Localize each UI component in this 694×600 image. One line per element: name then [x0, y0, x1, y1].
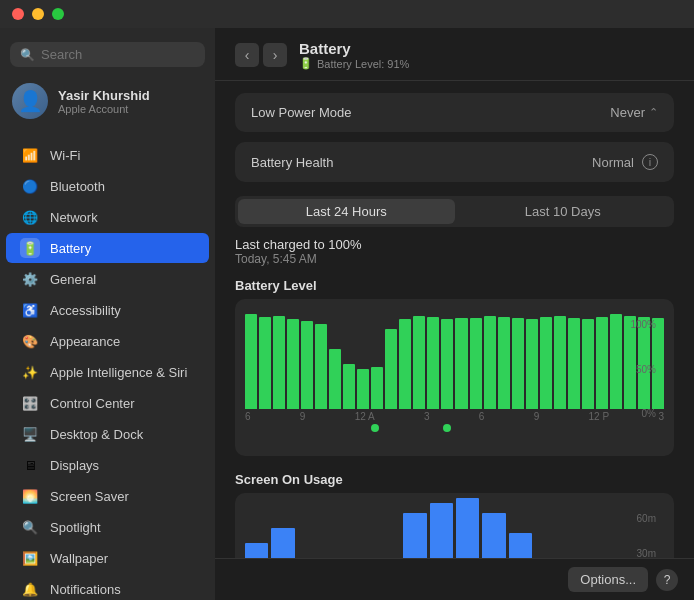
low-power-mode-row: Low Power Mode Never ⌃	[235, 93, 674, 132]
low-power-value[interactable]: Never ⌃	[610, 105, 658, 120]
sidebar-item-notifications[interactable]: 🔔Notifications	[6, 574, 209, 600]
sidebar-item-label-wifi: Wi-Fi	[50, 148, 80, 163]
avatar: 👤	[12, 83, 48, 119]
sidebar-item-label-control-center: Control Center	[50, 396, 135, 411]
usage-bar-9	[482, 513, 505, 558]
battery-bar-26	[610, 314, 622, 409]
network-icon: 🌐	[20, 207, 40, 227]
battery-bar-9	[371, 367, 383, 409]
battery-bar-21	[540, 317, 552, 409]
sidebar-items-container: 📶Wi-Fi🔵Bluetooth🌐Network🔋Battery⚙️Genera…	[0, 139, 215, 600]
nav-forward-button[interactable]: ›	[263, 43, 287, 67]
sidebar-item-displays[interactable]: 🖥Displays	[6, 450, 209, 480]
tab-last-10d[interactable]: Last 10 Days	[455, 199, 672, 224]
tab-last-24h[interactable]: Last 24 Hours	[238, 199, 455, 224]
battery-bar-6	[329, 349, 341, 409]
sidebar-item-label-appearance: Appearance	[50, 334, 120, 349]
search-icon: 🔍	[20, 48, 35, 62]
user-section[interactable]: 👤 Yasir Khurshid Apple Account	[0, 77, 215, 125]
sidebar-item-network[interactable]: 🌐Network	[6, 202, 209, 232]
info-icon[interactable]: i	[642, 154, 658, 170]
sidebar-item-appearance[interactable]: 🎨Appearance	[6, 326, 209, 356]
usage-bar-7	[430, 503, 453, 558]
options-button[interactable]: Options...	[568, 567, 648, 592]
battery-bar-15	[455, 318, 467, 409]
displays-icon: 🖥	[20, 455, 40, 475]
battery-bar-20	[526, 319, 538, 409]
battery-bars	[245, 309, 664, 409]
user-name: Yasir Khurshid	[58, 88, 150, 103]
spotlight-icon: 🔍	[20, 517, 40, 537]
header-title: Battery	[299, 40, 409, 57]
help-button[interactable]: ?	[656, 569, 678, 591]
battery-bar-7	[343, 364, 355, 409]
battery-bar-25	[596, 317, 608, 409]
battery-bar-22	[554, 316, 566, 409]
header-sub: 🔋 Battery Level: 91%	[299, 57, 409, 70]
search-box[interactable]: 🔍	[10, 42, 205, 67]
sidebar-item-label-accessibility: Accessibility	[50, 303, 121, 318]
battery-chart-container: 100% 50% 0% 6 9 12 A 3 6 9 12 P 3	[235, 299, 674, 456]
sidebar-item-label-apple-intelligence: Apple Intelligence & Siri	[50, 365, 187, 380]
sidebar-item-spotlight[interactable]: 🔍Spotlight	[6, 512, 209, 542]
battery-health-row: Battery Health Normal i	[235, 142, 674, 182]
sidebar-item-screen-saver[interactable]: 🌅Screen Saver	[6, 481, 209, 511]
green-dot-1	[371, 424, 379, 432]
sidebar-item-wifi[interactable]: 📶Wi-Fi	[6, 140, 209, 170]
sidebar-item-label-wallpaper: Wallpaper	[50, 551, 108, 566]
tabs-row: Last 24 Hours Last 10 Days	[235, 196, 674, 227]
sidebar-item-label-bluetooth: Bluetooth	[50, 179, 105, 194]
usage-bar-6	[403, 513, 426, 558]
bluetooth-icon: 🔵	[20, 176, 40, 196]
main-container: 🔍 👤 Yasir Khurshid Apple Account 📶Wi-Fi🔵…	[0, 28, 694, 600]
sidebar-item-general[interactable]: ⚙️General	[6, 264, 209, 294]
battery-bar-4	[301, 321, 313, 409]
sidebar-item-battery[interactable]: 🔋Battery	[6, 233, 209, 263]
sidebar-item-wallpaper[interactable]: 🖼️Wallpaper	[6, 543, 209, 573]
battery-bar-24	[582, 319, 594, 409]
sidebar-item-desktop-dock[interactable]: 🖥️Desktop & Dock	[6, 419, 209, 449]
sidebar-item-label-displays: Displays	[50, 458, 99, 473]
usage-chart-section: Screen On Usage 60m 30m 0m 6 9 12 A	[235, 472, 674, 558]
sidebar-item-apple-intelligence[interactable]: ✨Apple Intelligence & Siri	[6, 357, 209, 387]
battery-x-labels: 6 9 12 A 3 6 9 12 P 3	[245, 411, 664, 422]
search-input[interactable]	[41, 47, 195, 62]
sidebar-item-label-spotlight: Spotlight	[50, 520, 101, 535]
sidebar-item-bluetooth[interactable]: 🔵Bluetooth	[6, 171, 209, 201]
battery-chart-section: Battery Level 100% 50% 0% 6 9 12 A	[235, 278, 674, 456]
wallpaper-icon: 🖼️	[20, 548, 40, 568]
control-center-icon: 🎛️	[20, 393, 40, 413]
bottom-bar: Options... ?	[215, 558, 694, 600]
sidebar-item-label-desktop-dock: Desktop & Dock	[50, 427, 143, 442]
battery-indicator-dots	[245, 424, 664, 432]
battery-bar-18	[498, 317, 510, 409]
header-title-block: Battery 🔋 Battery Level: 91%	[299, 40, 409, 70]
battery-bar-14	[441, 319, 453, 409]
sidebar-item-accessibility[interactable]: ♿Accessibility	[6, 295, 209, 325]
battery-bar-0	[245, 314, 257, 409]
minimize-button[interactable]	[32, 8, 44, 20]
sidebar-item-control-center[interactable]: 🎛️Control Center	[6, 388, 209, 418]
battery-bar-19	[512, 318, 524, 409]
nav-buttons: ‹ ›	[235, 43, 287, 67]
sidebar-item-label-general: General	[50, 272, 96, 287]
green-dot-2	[443, 424, 451, 432]
desktop-dock-icon: 🖥️	[20, 424, 40, 444]
sidebar-item-label-network: Network	[50, 210, 98, 225]
sidebar-item-label-notifications: Notifications	[50, 582, 121, 597]
battery-bar-23	[568, 318, 580, 409]
battery-health-value: Normal i	[592, 154, 658, 170]
apple-intelligence-icon: ✨	[20, 362, 40, 382]
battery-bar-3	[287, 319, 299, 409]
charge-info: Last charged to 100% Today, 5:45 AM	[235, 237, 674, 266]
battery-icon-small: 🔋	[299, 57, 313, 70]
nav-back-button[interactable]: ‹	[235, 43, 259, 67]
battery-bar-12	[413, 316, 425, 409]
usage-bar-8	[456, 498, 479, 558]
fullscreen-button[interactable]	[52, 8, 64, 20]
sidebar: 🔍 👤 Yasir Khurshid Apple Account 📶Wi-Fi🔵…	[0, 28, 215, 600]
battery-icon: 🔋	[20, 238, 40, 258]
battery-bar-2	[273, 316, 285, 409]
accessibility-icon: ♿	[20, 300, 40, 320]
close-button[interactable]	[12, 8, 24, 20]
